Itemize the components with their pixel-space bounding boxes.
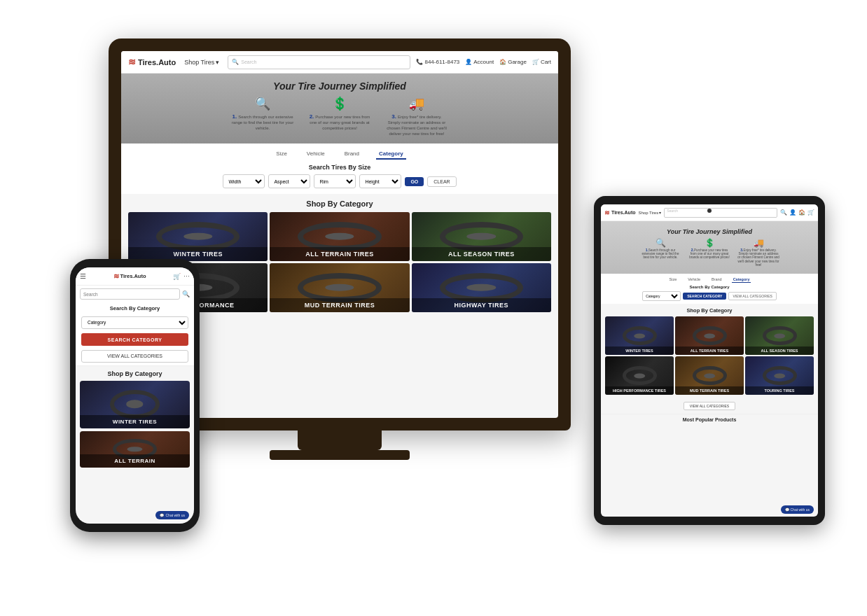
- category-section-title: Shop By Category: [128, 200, 551, 208]
- tab-size[interactable]: Size: [273, 149, 290, 160]
- tablet-navbar: ≋ Tires.Auto Shop Tires ▾ Search 🔍 👤 🏠: [601, 204, 818, 221]
- tablet-shop-tires[interactable]: Shop Tires ▾: [639, 210, 662, 215]
- tablet-popular-title: Most Popular Products: [683, 417, 737, 422]
- category-mud-terrain[interactable]: MUD TERRAIN TIRES: [270, 263, 409, 312]
- category-highway[interactable]: HIGHWAY TIRES: [412, 263, 551, 312]
- tablet-category-select[interactable]: Category: [642, 291, 681, 301]
- tablet-step-2: 💲 2.Purchase your new tires from one of …: [688, 238, 730, 267]
- clear-button[interactable]: CLEAR: [427, 176, 456, 187]
- hero-step-1: 🔍 1.Search through our extensive range t…: [231, 96, 294, 132]
- tablet-cart-icon[interactable]: 🛒: [807, 209, 814, 216]
- tablet-search-row: Category SEARCH CATEGORY VIEW ALL CATEGO…: [611, 291, 807, 301]
- mobile-cart-icon[interactable]: 🛒: [173, 273, 181, 280]
- tablet-winter-tires[interactable]: WINTER TIRES: [605, 316, 674, 355]
- tablet-viewall: VIEW ALL CATEGORIES: [605, 398, 814, 410]
- tablet-viewall-btn[interactable]: VIEW ALL CATEGORIES: [728, 292, 776, 300]
- tablet-search-title: Search By Category: [611, 285, 807, 289]
- mobile-search-cat-title: Search By Category: [81, 305, 188, 312]
- category-winter-tires[interactable]: WINTER TIRES: [128, 212, 268, 261]
- mobile-search-icon[interactable]: 🔍: [182, 290, 190, 298]
- tablet-hero: Your Tire Journey Simplified 🔍 1.Search …: [601, 221, 818, 274]
- hamburger-icon[interactable]: ☰: [80, 272, 86, 280]
- mobile-category-select[interactable]: Category: [81, 316, 188, 329]
- mobile-notch: [118, 259, 153, 267]
- mobile-winter-tires[interactable]: WINTER TIRES: [80, 381, 190, 428]
- mobile-logo-text: Tires.Auto: [120, 273, 146, 279]
- hero-step-3: 🚚 3.Enjoy free* tire delivery. Simply no…: [385, 96, 448, 137]
- tablet-touring[interactable]: TOURING TIRES: [745, 356, 814, 395]
- tablet-search-btn[interactable]: SEARCH CATEGORY: [683, 293, 726, 300]
- mobile-search-bar: 🔍: [76, 286, 194, 302]
- mobile-chat-icon: 💬: [160, 513, 164, 517]
- mobile-search-btn[interactable]: SEARCH CATEGORY: [81, 333, 188, 346]
- mobile-viewall-btn[interactable]: VIEW ALL CATEGORIES: [81, 350, 188, 363]
- tablet-touring-label: TOURING TIRES: [745, 386, 814, 395]
- desktop-search-tabs: Size Vehicle Brand Category: [142, 149, 537, 160]
- go-button[interactable]: GO: [405, 177, 424, 186]
- tab-vehicle[interactable]: Vehicle: [304, 149, 328, 160]
- search-step-icon: 🔍: [255, 96, 270, 111]
- truck-step-icon: 🚚: [409, 96, 424, 111]
- tablet-tab-category[interactable]: Category: [732, 276, 751, 283]
- all-terrain-label: ALL TERRAIN TIRES: [270, 247, 409, 261]
- tablet-nav-icons: 🔍 👤 🏠 🛒: [780, 209, 814, 216]
- tablet-allterrain[interactable]: ALL TERRAIN TIRES: [675, 316, 744, 355]
- desktop-hero: Your Tire Journey Simplified 🔍 1.Search …: [121, 74, 558, 144]
- tablet-chat-button[interactable]: 💬 Chat with us: [781, 505, 814, 514]
- tab-brand[interactable]: Brand: [342, 149, 362, 160]
- tablet-search-icon: 🔍: [656, 238, 666, 248]
- width-select[interactable]: Width: [223, 174, 265, 188]
- tablet-camera: [707, 209, 712, 213]
- tablet-category-grid: WINTER TIRES ALL TERRAIN TIRES ALL SEASO…: [605, 316, 814, 395]
- desktop-logo-text: Tires.Auto: [138, 58, 176, 66]
- tablet-logo-icon: ≋: [604, 209, 610, 216]
- category-all-season[interactable]: ALL SEASON TIRES: [412, 212, 551, 261]
- hero-step-2: 💲 2.Purchase your new tires from one of …: [308, 96, 371, 132]
- tab-category[interactable]: Category: [376, 149, 406, 160]
- tablet-search-input[interactable]: Search: [664, 208, 777, 218]
- mobile-menu-icon[interactable]: ⋯: [183, 273, 190, 280]
- mobile-section-title: Shop By Category: [80, 370, 190, 377]
- rim-select[interactable]: Rim: [314, 174, 356, 188]
- tablet-viewall-button[interactable]: VIEW ALL CATEGORIES: [684, 402, 735, 410]
- tablet-tab-brand[interactable]: Brand: [710, 276, 723, 283]
- mobile-navbar: ☰ ≋ Tires.Auto 🛒 ⋯: [76, 267, 194, 286]
- category-all-terrain[interactable]: ALL TERRAIN TIRES: [270, 212, 409, 261]
- tablet-garage-icon[interactable]: 🏠: [798, 209, 805, 216]
- user-icon: 👤: [465, 59, 472, 65]
- tablet-category-title: Shop By Category: [605, 307, 814, 314]
- chat-icon: 💬: [785, 507, 789, 512]
- desktop-account[interactable]: 👤 Account: [465, 59, 494, 65]
- desktop-navbar: ≋ Tires.Auto Shop Tires ▾ 🔍 Search 📞: [121, 51, 558, 74]
- cart-icon: 🛒: [532, 59, 539, 65]
- mobile-allterrain[interactable]: ALL TERRAIN: [80, 431, 190, 468]
- tablet-mud[interactable]: MUD TERRAIN TIRES: [675, 356, 744, 395]
- tablet-highperf[interactable]: HIGH PERFORMANCE TIRES: [605, 356, 674, 395]
- mobile-chat-button[interactable]: 💬 Chat with us: [155, 511, 189, 519]
- desktop-garage[interactable]: 🏠 Garage: [499, 59, 527, 65]
- search-by-size-title: Search Tires By Size: [142, 164, 537, 171]
- desktop-phone: 📞 844-611-8473: [416, 59, 459, 65]
- desktop-search-bar[interactable]: 🔍 Search: [228, 55, 410, 69]
- tablet-search-icon[interactable]: 🔍: [780, 209, 787, 216]
- tablet-step-3: 🚚 3.Enjoy free* tire delivery. Simply no…: [737, 238, 779, 267]
- aspect-select[interactable]: Aspect: [268, 174, 310, 188]
- mobile-search-category: Search By Category Category SEARCH CATEG…: [76, 302, 194, 366]
- tablet-winter-label: WINTER TIRES: [605, 346, 674, 355]
- tablet-user-icon[interactable]: 👤: [789, 209, 796, 216]
- phone-icon: 📞: [416, 59, 423, 65]
- scene: ≋ Tires.Auto Shop Tires ▾ 🔍 Search 📞: [0, 0, 867, 616]
- mobile-search-input[interactable]: [80, 288, 180, 300]
- mobile-device: ☰ ≋ Tires.Auto 🛒 ⋯ 🔍: [70, 259, 200, 532]
- tablet-hero-title: Your Tire Journey Simplified: [667, 228, 752, 235]
- tablet-tab-vehicle[interactable]: Vehicle: [686, 276, 702, 283]
- tablet-tab-size[interactable]: Size: [668, 276, 679, 283]
- tablet-step-1: 🔍 1.Search through our extensive range t…: [639, 238, 681, 267]
- desktop-shop-tires-menu[interactable]: Shop Tires ▾: [181, 57, 222, 67]
- tablet-allseason[interactable]: ALL SEASON TIRES: [745, 316, 814, 355]
- tablet-popular-section: Most Popular Products: [601, 414, 818, 425]
- desktop-cart[interactable]: 🛒 Cart: [532, 59, 551, 65]
- tablet-allseason-label: ALL SEASON TIRES: [745, 346, 814, 355]
- tablet-mud-label: MUD TERRAIN TIRES: [675, 386, 744, 395]
- height-select[interactable]: Height: [359, 174, 401, 188]
